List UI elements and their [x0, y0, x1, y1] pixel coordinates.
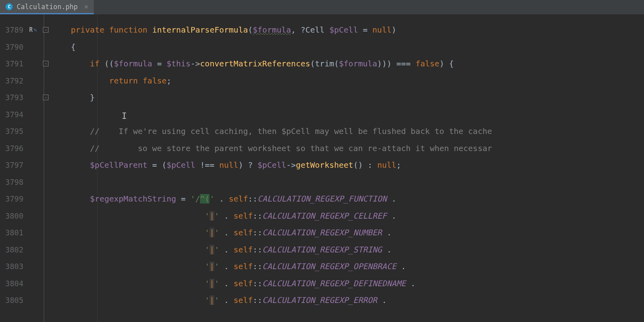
file-tab[interactable]: C Calculation.php × [0, 0, 94, 14]
line-number: 3792 [0, 72, 26, 89]
code-line[interactable]: '|' . self::CALCULATION_REGEXP_STRING . [52, 241, 644, 258]
pencil-icon: ✎ [33, 27, 37, 33]
line-number: 3790 [0, 39, 26, 56]
line-number: 3803 [0, 258, 26, 275]
fold-gutter: − − − [40, 14, 52, 322]
line-number: 3793 [0, 89, 26, 106]
code-line[interactable]: } [52, 89, 644, 106]
code-line[interactable] [52, 174, 644, 191]
code-line[interactable]: // If we're using cell caching, then $pC… [52, 123, 644, 140]
editor: 3789 3790 3791 3792 3793 3794 3795 3796 … [0, 14, 644, 322]
tab-bar: C Calculation.php × [0, 0, 644, 14]
line-number: 3797 [0, 157, 26, 174]
fold-toggle-icon[interactable]: − [43, 61, 48, 66]
line-number: 3791 [0, 55, 26, 72]
line-number: 3802 [0, 241, 26, 258]
code-line[interactable]: private function internalParseFormula($f… [52, 21, 644, 39]
code-line[interactable]: I [52, 106, 644, 123]
line-number: 3801 [0, 224, 26, 241]
line-number-gutter: 3789 3790 3791 3792 3793 3794 3795 3796 … [0, 14, 26, 322]
line-number: 3800 [0, 208, 26, 225]
line-number: 3805 [0, 292, 26, 309]
close-icon[interactable]: × [84, 2, 89, 11]
line-number: 3794 [0, 106, 26, 123]
code-line[interactable]: $pCellParent = ($pCell !== null) ? $pCel… [52, 157, 644, 174]
code-line[interactable]: return false; [52, 72, 644, 89]
code-line[interactable]: '|' . self::CALCULATION_REGEXP_OPENBRACE… [52, 258, 644, 275]
line-number: 3795 [0, 123, 26, 140]
code-line[interactable]: { [52, 39, 644, 56]
fold-toggle-icon[interactable]: − [43, 95, 48, 100]
code-line[interactable]: if (($formula = $this->convertMatrixRefe… [52, 55, 644, 72]
code-line[interactable]: '|' . self::CALCULATION_REGEXP_CELLREF . [52, 208, 644, 225]
line-number: 3798 [0, 174, 26, 191]
line-number: 3789 [0, 21, 26, 39]
code-area[interactable]: private function internalParseFormula($f… [52, 14, 644, 322]
tab-filename: Calculation.php [17, 3, 78, 11]
code-line[interactable]: '|' . self::CALCULATION_REGEXP_DEFINEDNA… [52, 275, 644, 292]
line-number: 3796 [0, 140, 26, 157]
refactor-marker[interactable]: R ✎ [26, 21, 40, 39]
text-cursor-icon: I [122, 108, 127, 125]
code-line[interactable]: '|' . self::CALCULATION_REGEXP_NUMBER . [52, 224, 644, 241]
marker-gutter: R ✎ [26, 14, 40, 322]
line-number: 3799 [0, 190, 26, 208]
line-number: 3804 [0, 275, 26, 292]
code-line[interactable]: '|' . self::CALCULATION_REGEXP_ERROR . [52, 292, 644, 309]
file-type-icon: C [6, 3, 13, 10]
fold-toggle-icon[interactable]: − [43, 27, 48, 33]
code-line[interactable]: $regexpMatchString = '/^(' . self::CALCU… [52, 190, 644, 208]
code-line[interactable]: // so we store the parent worksheet so t… [52, 140, 644, 157]
